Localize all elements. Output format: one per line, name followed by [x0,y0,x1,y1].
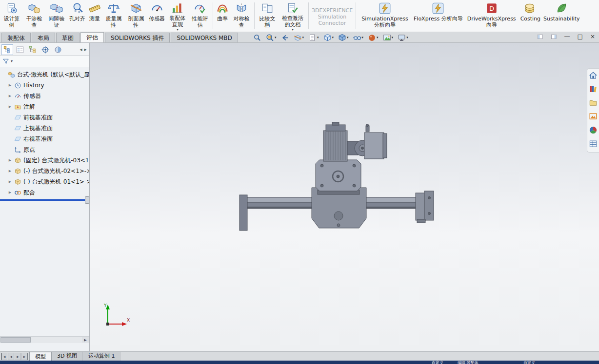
ribbon-item-hole-alignment[interactable]: 孔对齐 [68,0,87,32]
bottom-tab-motion-study-1[interactable]: 运动算例 1 [83,352,121,361]
expand-pane-icon[interactable] [551,34,557,40]
configurationmanager-tab[interactable] [27,44,39,55]
expander-icon[interactable]: ▶ [8,83,12,87]
panel-horizontal-scrollbar[interactable]: ▶ [0,336,89,343]
expander-icon[interactable]: ▶ [8,105,12,109]
tree-item-annotations[interactable]: ▶A注解 [0,101,89,112]
ribbon-item-driveworksxpress-wizard[interactable]: DDriveWorksXpress 向导 [464,0,519,32]
scrollbar-right-arrow-icon[interactable]: ▶ [82,337,89,343]
tab-layout[interactable]: 布局 [32,33,55,42]
tree-item-origin[interactable]: 原点 [0,144,89,155]
filter-caret-icon[interactable]: ▾ [11,59,13,63]
scroll-next-icon[interactable]: ▶ [15,353,21,360]
ribbon-item-assembly-visualization[interactable]: 装配体直观▾ [166,0,189,32]
plane-icon [14,135,21,143]
model-3d-laser-machine[interactable] [236,122,436,235]
expander-icon[interactable]: ▶ [8,169,12,173]
ribbon-item-sensors[interactable]: 传感器 [147,0,166,32]
tree-item-root[interactable]: 台式-激光机 (默认<默认_显示 [0,69,89,80]
ribbon-item-design-study[interactable]: 设计算例 [0,0,23,32]
tree-item-right-plane[interactable]: 右视基准面 [0,134,89,144]
main-area: ◀▶ ▾ 台式-激光机 (默认<默认_显示▶History▶传感器▶A注解前视基… [0,43,599,351]
tab-solidworks-mbd[interactable]: SOLIDWORKS MBD [171,33,238,42]
scrollbar-thumb[interactable] [0,337,31,343]
annotation-view-button[interactable]: ▾ [307,33,320,42]
ribbon-item-costing[interactable]: Costing [519,0,542,32]
tree-item-top-plane[interactable]: 上视基准面 [0,123,89,134]
appearances-scenes-button[interactable] [589,126,598,136]
bottom-tab-model[interactable]: 模型 [29,352,52,361]
section-view-button[interactable]: ▾ [293,33,305,42]
gauge-check-icon [194,1,206,15]
expander-icon[interactable]: ▶ [8,158,12,162]
dock-pane-icon[interactable] [537,34,543,40]
view-palette-button[interactable] [589,112,598,122]
tab-assembly[interactable]: 装配体 [1,33,31,42]
filter-funnel-icon[interactable] [2,58,9,65]
displaymanager-tab[interactable] [52,44,64,55]
ribbon-item-sustainability[interactable]: Sustainability [542,0,581,32]
tree-item-sensors[interactable]: ▶传感器 [0,91,89,101]
zoom-to-area-button[interactable]: ▾ [265,33,278,42]
ribbon-item-label: DriveWorksXpress 向导 [466,16,518,28]
close-button[interactable]: × [590,33,595,40]
rollback-bar[interactable] [0,199,89,201]
custom-properties-button[interactable] [589,139,598,150]
graphics-area[interactable]: Y X [90,43,599,351]
design-library-button[interactable] [589,85,598,95]
file-explorer-button[interactable] [589,98,598,109]
ribbon-item-compare-documents[interactable]: 比较文档 [256,0,279,32]
tab-sketch[interactable]: 草图 [56,33,80,42]
scroll-first-icon[interactable]: ◀ [1,353,7,360]
ribbon-item-clearance-verification[interactable]: 间隙验证 [45,0,68,32]
ribbon-item-symmetry-check[interactable]: 对称检查 [230,0,253,32]
ribbon-item-simulationxpress-wizard[interactable]: SimulationXpress 分析向导 [358,0,412,32]
ribbon-item-interference-detection[interactable]: 干涉检查 [23,0,45,32]
tree-item-mates[interactable]: ▶配合 [0,187,89,198]
command-tab-bar: 装配体布局草图评估SOLIDWORKS 插件SOLIDWORKS MBD ▾▾▾… [0,32,599,43]
scroll-right-icon[interactable]: ▶ [84,48,87,52]
ribbon-item-performance-evaluation[interactable]: 性能评估 [189,0,211,32]
ribbon-item-floxpress-wizard[interactable]: FloXpress 分析向导 [412,0,464,32]
zoom-to-fit-button[interactable] [252,33,262,42]
apply-scene-button[interactable]: ▾ [382,33,395,42]
scroll-last-icon[interactable]: ▶ [21,353,28,360]
restore-button[interactable]: □ [578,33,583,40]
expander-icon[interactable]: ▶ [8,191,12,194]
previous-view-button[interactable] [280,33,290,42]
mates-icon [14,189,21,196]
tree-item-component-03[interactable]: ▶(固定) 台式激光机-03<1> [0,155,89,166]
dropdown-caret-icon: ▾ [302,36,304,39]
orientation-triad: Y X [102,302,132,329]
tree-item-component-02[interactable]: ▶(-) 台式激光机-02<1>->? [0,166,89,176]
ribbon-item-check-active-document[interactable]: 检查激活的文档▾ [279,0,307,32]
ribbon-item-measure[interactable]: 测量 [87,0,102,32]
rollback-handle[interactable] [85,196,89,204]
scroll-left-icon[interactable]: ◀ [80,48,82,52]
ribbon-item-curvature[interactable]: 曲率 [215,0,230,32]
origin-icon [14,146,21,153]
ribbon-item-section-properties[interactable]: 剖面属性 [125,0,147,32]
view-settings-button[interactable]: ▾ [397,33,409,42]
propertymanager-tab[interactable] [14,44,26,55]
tree-item-front-plane[interactable]: 前视基准面 [0,112,89,123]
view-orientation-button[interactable]: ▾ [322,33,335,42]
tab-solidworks-addins[interactable]: SOLIDWORKS 插件 [105,33,170,42]
scroll-previous-icon[interactable]: ◀ [8,353,14,360]
solidworks-resources-button[interactable] [589,71,598,81]
tab-evaluate[interactable]: 评估 [80,32,104,42]
tree-item-history[interactable]: ▶History [0,80,89,91]
bottom-tab-3d-views[interactable]: 3D 视图 [52,352,83,361]
tree-item-component-01[interactable]: ▶(-) 台式激光机-01<1>->? [0,176,89,187]
hide-show-items-button[interactable]: ▾ [352,33,365,42]
minimize-button[interactable]: — [564,33,570,40]
display-style-button[interactable]: ▾ [337,33,350,42]
magnifier-rect-icon [266,34,274,42]
expander-icon[interactable]: ▶ [8,180,12,184]
command-tabs: 装配体布局草图评估SOLIDWORKS 插件SOLIDWORKS MBD [0,32,238,42]
featuremanager-tree-tab[interactable] [1,44,13,55]
ribbon-item-mass-properties[interactable]: 质量属性 [102,0,125,32]
edit-appearance-button[interactable]: ▾ [367,33,379,42]
dimxpertmanager-tab[interactable] [40,44,51,55]
expander-icon[interactable]: ▶ [8,94,12,98]
